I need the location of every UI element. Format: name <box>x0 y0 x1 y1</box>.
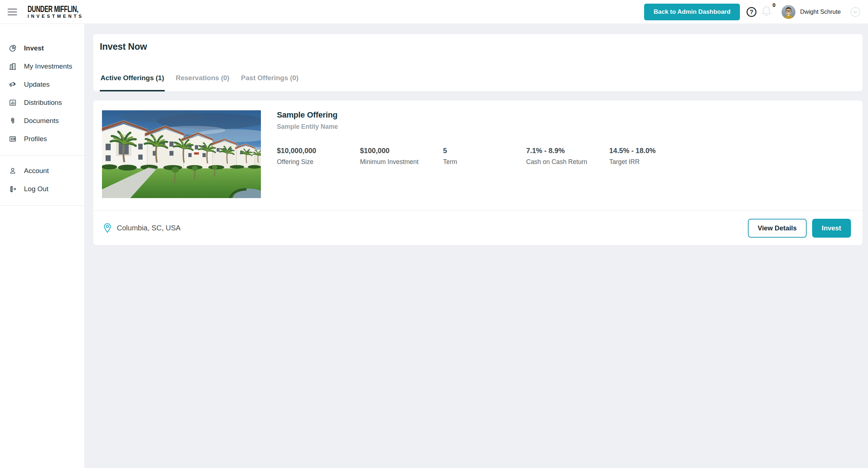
offering-stats: $10,000,000 Offering Size $100,000 Minim… <box>277 147 851 166</box>
stat-value: 5 <box>443 147 526 155</box>
offering-card-footer: Columbia, SC, USA View Details Invest <box>93 210 863 245</box>
user-icon <box>8 167 17 175</box>
logo-line-1: DUNDER MIFFLIN, <box>28 4 78 13</box>
view-details-button[interactable]: View Details <box>748 219 807 238</box>
avatar[interactable] <box>782 5 795 19</box>
bar-chart-icon <box>8 98 17 107</box>
stat-label: Cash on Cash Return <box>526 158 609 166</box>
notification-count-badge: 0 <box>773 2 775 8</box>
top-bar: DUNDER MIFFLIN, INVESTMENTS Back to Admi… <box>0 0 868 24</box>
stat-minimum-investment: $100,000 Minimum Investment <box>360 147 443 166</box>
offering-card: Sample Offering Sample Entity Name $10,0… <box>93 100 863 245</box>
pie-chart-icon <box>8 44 17 53</box>
sidebar-divider <box>0 155 84 156</box>
back-to-admin-dashboard-button[interactable]: Back to Admin Dashboard <box>644 4 740 20</box>
sidebar-item-account[interactable]: Account <box>0 162 84 180</box>
offering-photo <box>102 110 261 198</box>
user-name: Dwight Schrute <box>800 8 841 15</box>
offerings-tabs: Active Offerings (1) Reservations (0) Pa… <box>100 74 856 91</box>
sidebar-item-label: Documents <box>24 117 59 125</box>
chevron-down-icon[interactable] <box>850 7 861 17</box>
sidebar: Invest My Investments Updates <box>0 24 84 468</box>
stat-label: Term <box>443 158 526 166</box>
offering-info: Sample Offering Sample Entity Name $10,0… <box>277 110 851 198</box>
building-icon <box>8 62 17 71</box>
tab-reservations[interactable]: Reservations (0) <box>175 74 230 91</box>
megaphone-icon <box>8 80 17 89</box>
id-card-icon <box>8 135 17 143</box>
sidebar-item-documents[interactable]: Documents <box>0 112 84 130</box>
logout-icon <box>8 185 17 193</box>
offering-card-body: Sample Offering Sample Entity Name $10,0… <box>102 110 851 198</box>
stat-value: $100,000 <box>360 147 443 155</box>
stat-cash-on-cash-return: 7.1% - 8.9% Cash on Cash Return <box>526 147 609 166</box>
notification-bell-icon[interactable]: 0 <box>761 5 772 19</box>
stat-value: 14.5% - 18.0% <box>609 147 656 155</box>
sidebar-divider <box>0 205 84 206</box>
sidebar-item-label: Profiles <box>24 135 47 143</box>
stat-label: Offering Size <box>277 158 360 166</box>
sidebar-item-my-investments[interactable]: My Investments <box>0 57 84 75</box>
sidebar-item-label: Account <box>24 167 49 175</box>
offering-entity-name: Sample Entity Name <box>277 123 851 131</box>
stat-label: Minimum Investment <box>360 158 443 166</box>
paperclip-icon <box>8 116 17 125</box>
sidebar-item-label: Invest <box>24 44 44 52</box>
sidebar-item-label: My Investments <box>24 62 72 70</box>
hamburger-menu-icon[interactable] <box>8 9 17 15</box>
sidebar-item-label: Log Out <box>24 185 49 193</box>
stat-target-irr: 14.5% - 18.0% Target IRR <box>609 147 656 166</box>
sidebar-item-invest[interactable]: Invest <box>0 39 84 57</box>
invest-button[interactable]: Invest <box>812 219 851 238</box>
page-title: Invest Now <box>100 41 856 52</box>
tab-past-offerings[interactable]: Past Offerings (0) <box>240 74 299 91</box>
stat-term: 5 Term <box>443 147 526 166</box>
sidebar-item-updates[interactable]: Updates <box>0 75 84 94</box>
svg-text:?: ? <box>750 9 753 15</box>
sidebar-item-log-out[interactable]: Log Out <box>0 180 84 198</box>
offering-title: Sample Offering <box>277 110 851 120</box>
sidebar-item-label: Updates <box>24 81 50 89</box>
stat-offering-size: $10,000,000 Offering Size <box>277 147 360 166</box>
stat-label: Target IRR <box>609 158 656 166</box>
sidebar-item-profiles[interactable]: Profiles <box>0 130 84 148</box>
offering-location: Columbia, SC, USA <box>117 224 181 232</box>
stat-value: 7.1% - 8.9% <box>526 147 609 155</box>
company-logo: DUNDER MIFFLIN, INVESTMENTS <box>28 5 98 19</box>
location-pin-icon <box>103 223 112 234</box>
sidebar-item-distributions[interactable]: Distributions <box>0 94 84 112</box>
logo-line-2: INVESTMENTS <box>28 14 98 19</box>
stat-value: $10,000,000 <box>277 147 360 155</box>
tab-active-offerings[interactable]: Active Offerings (1) <box>100 74 165 91</box>
sidebar-item-label: Distributions <box>24 99 62 107</box>
help-icon[interactable]: ? <box>746 7 757 17</box>
invest-now-panel: Invest Now Active Offerings (1) Reservat… <box>93 34 863 91</box>
